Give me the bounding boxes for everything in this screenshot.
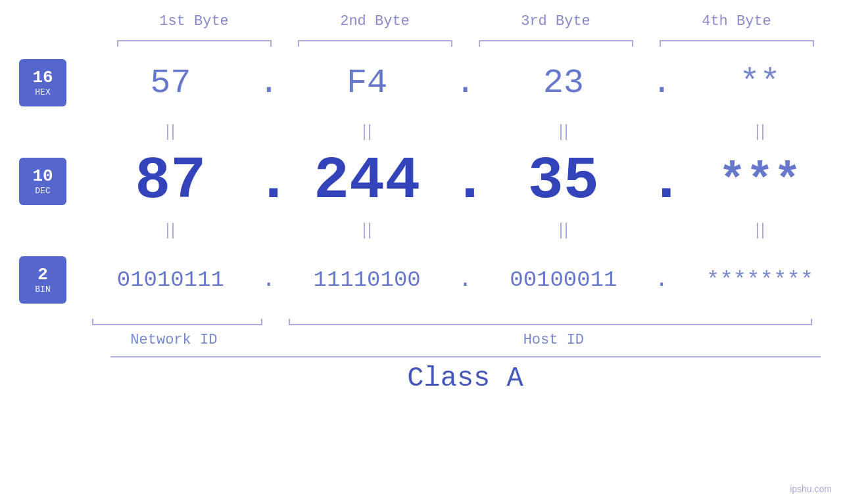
dec-label-spacer: 10 DEC <box>19 158 66 231</box>
sep1-cell3 <box>479 124 649 140</box>
sep1-cell1 <box>85 124 256 140</box>
bracket-seg2 <box>285 35 466 47</box>
hex-dot1: . <box>256 64 282 103</box>
bin-byte1-cell: 01010111 <box>85 267 256 292</box>
byte3-header: 3rd Byte <box>466 13 646 35</box>
dec-byte2-cell: 244 <box>282 148 452 215</box>
sep1-lines1 <box>167 124 174 140</box>
dec-byte4-cell: *** <box>675 156 845 208</box>
separator-row-2 <box>85 218 845 244</box>
host-bracket-rtick <box>811 319 812 325</box>
bin-label-spacer: 2 BIN <box>19 257 66 329</box>
dec-byte3-value: 35 <box>528 148 599 215</box>
sep2-line1a <box>167 223 168 239</box>
bracket-seg1 <box>104 35 285 47</box>
main-container: 1st Byte 2nd Byte 3rd Byte 4th Byte <box>0 0 845 504</box>
hex-label-spacer: 16 HEX <box>19 60 66 132</box>
sep2-lines4 <box>757 223 763 239</box>
sep1-lines4 <box>757 124 763 140</box>
bracket-gap2 <box>819 316 845 328</box>
dec-byte3-cell: 35 <box>479 148 649 215</box>
class-label: Class A <box>104 363 827 394</box>
sep1-line2a <box>364 124 365 140</box>
network-bracket-ltick <box>92 319 93 325</box>
sep1-lines2 <box>364 124 370 140</box>
bracket-ltick2 <box>298 40 299 47</box>
sep1-line3a <box>560 124 562 140</box>
byte1-header: 1st Byte <box>104 13 285 35</box>
bin-dot2: . <box>452 267 479 292</box>
bracket-rtick1 <box>270 40 272 47</box>
bin-byte2-cell: 11110100 <box>282 267 452 292</box>
hex-byte3-value: 23 <box>543 64 584 103</box>
bin-badge-number: 2 <box>37 265 48 285</box>
hex-values-row: 57 . F4 . 23 . ** <box>85 47 845 119</box>
sep1-cell4 <box>675 124 845 140</box>
rows-with-labels: 16 HEX 10 DEC 2 BIN <box>0 47 845 348</box>
bracket-ltick3 <box>479 40 480 47</box>
hex-dot2: . <box>452 64 479 103</box>
sep2-line2b <box>369 223 370 239</box>
hex-byte4-value: ** <box>739 64 780 103</box>
dec-values-row: 87 . 244 . 35 . *** <box>85 145 845 218</box>
labels-gap1 <box>262 332 289 348</box>
bin-byte4-value: ******** <box>706 267 813 292</box>
dec-badge-number: 10 <box>32 167 53 186</box>
sep2-lines3 <box>560 223 567 239</box>
bracket-gap1 <box>262 316 289 328</box>
bracket-line3 <box>479 40 633 41</box>
hex-byte1-cell: 57 <box>85 64 256 103</box>
bracket-rtick2 <box>451 40 452 47</box>
labels-gap2 <box>819 332 845 348</box>
sep1-lines3 <box>560 124 567 140</box>
bracket-rtick4 <box>813 40 814 47</box>
sep1-line4b <box>762 124 763 140</box>
hex-byte2-cell: F4 <box>282 64 452 103</box>
byte-headers: 1st Byte 2nd Byte 3rd Byte 4th Byte <box>104 13 827 35</box>
dec-byte4-value: *** <box>719 156 802 208</box>
separator-row-1 <box>85 119 845 145</box>
bracket-line4 <box>660 40 814 41</box>
sep2-line3a <box>560 223 562 239</box>
hex-dot3: . <box>648 64 675 103</box>
labels-column: 16 HEX 10 DEC 2 BIN <box>0 47 85 348</box>
class-section: Class A <box>104 356 827 394</box>
bracket-seg3 <box>466 35 646 47</box>
bin-badge: 2 BIN <box>19 256 66 304</box>
dec-byte2-value: 244 <box>314 148 420 215</box>
bottom-labels-row: Network ID Host ID <box>85 332 845 348</box>
dec-byte1-value: 87 <box>135 148 206 215</box>
dec-badge-text: DEC <box>35 186 50 196</box>
host-id-label: Host ID <box>289 332 819 348</box>
network-id-label: Network ID <box>85 332 262 348</box>
sep2-line4b <box>762 223 763 239</box>
sep1-line1b <box>172 124 174 140</box>
host-bracket-wrap <box>289 316 819 328</box>
hex-badge-number: 16 <box>32 68 53 87</box>
bracket-ltick1 <box>117 40 118 47</box>
sep2-line4a <box>757 223 758 239</box>
host-bracket-line <box>289 324 812 325</box>
sep2-line3b <box>566 223 567 239</box>
bin-badge-text: BIN <box>35 285 50 294</box>
byte2-header: 2nd Byte <box>285 13 466 35</box>
bracket-line1 <box>117 40 272 41</box>
hex-badge: 16 HEX <box>19 59 66 106</box>
bracket-ltick4 <box>660 40 661 47</box>
grid-area: 57 . F4 . 23 . ** <box>85 47 845 348</box>
watermark: ipshu.com <box>790 484 832 494</box>
bracket-seg4 <box>646 35 827 47</box>
sep2-cell4 <box>675 223 845 239</box>
host-bracket-ltick <box>289 319 290 325</box>
sep2-cell1 <box>85 223 256 239</box>
bin-byte2-value: 11110100 <box>314 267 421 292</box>
sep2-line1b <box>172 223 174 239</box>
bin-byte4-cell: ******** <box>675 267 845 292</box>
bin-values-row: 01010111 . 11110100 . 00100011 . <box>85 244 845 316</box>
network-bracket-rtick <box>261 319 262 325</box>
sep2-cell3 <box>479 223 649 239</box>
hex-byte1-value: 57 <box>150 64 191 103</box>
dec-dot3: . <box>648 148 675 215</box>
hex-byte4-cell: ** <box>675 64 845 103</box>
sep1-line4a <box>757 124 758 140</box>
